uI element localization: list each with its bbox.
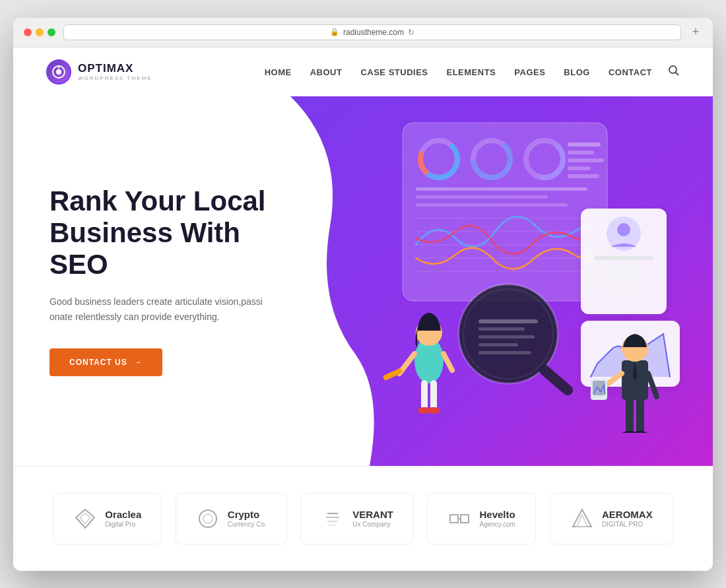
partner-aeromax: AEROMAX DIGITAL PRO [550, 493, 673, 544]
svg-rect-46 [430, 380, 437, 410]
crypto-sub: Currency Co. [228, 521, 267, 528]
nav-link-about[interactable]: ABOUT [310, 67, 343, 77]
svg-rect-29 [594, 256, 653, 260]
close-dot[interactable] [24, 28, 32, 36]
aeromax-name: AEROMAX [602, 509, 653, 521]
oraclea-sub: Digital Pro [105, 521, 141, 528]
site-content: OPTIMAX WORDPRESS THEME HOME ABOUT CASE … [13, 48, 713, 571]
navbar: OPTIMAX WORDPRESS THEME HOME ABOUT CASE … [13, 48, 713, 96]
partner-crypto: Crypto Currency Co. [176, 493, 287, 544]
svg-point-3 [669, 66, 676, 73]
minimize-dot[interactable] [36, 28, 44, 36]
svg-line-43 [544, 370, 568, 390]
svg-rect-17 [568, 174, 599, 178]
hero-title: Rank Your Local Business With SEO [50, 185, 297, 281]
lock-icon: 🔒 [330, 28, 339, 36]
browser-toolbar: 🔒 radiustheme.com ↻ + [13, 18, 713, 48]
svg-rect-39 [478, 327, 525, 331]
svg-rect-15 [568, 158, 604, 162]
hero-illustration [363, 116, 686, 433]
nav-item-contact[interactable]: CONTACT [609, 66, 652, 78]
svg-rect-54 [636, 397, 644, 433]
hevelto-logo-icon [447, 507, 471, 531]
nav-link-pages[interactable]: PAGES [514, 67, 545, 77]
nav-link-contact[interactable]: CONTACT [609, 67, 652, 77]
aeromax-text: AEROMAX DIGITAL PRO [602, 509, 653, 528]
partner-verant: VERANT Ux Company [300, 493, 414, 544]
verant-name: VERANT [352, 509, 393, 521]
logo-subtitle: WORDPRESS THEME [78, 75, 152, 81]
hero-section: Rank Your Local Business With SEO Good b… [13, 96, 713, 466]
svg-line-52 [444, 354, 452, 370]
svg-rect-31 [597, 271, 650, 275]
svg-rect-38 [478, 319, 538, 323]
nav-item-about[interactable]: ABOUT [310, 66, 343, 78]
nav-item-home[interactable]: HOME [265, 66, 292, 78]
contact-us-button[interactable]: CONTACT US → [50, 348, 162, 376]
hero-description: Good business leaders create articulate … [50, 294, 274, 326]
svg-rect-30 [601, 264, 647, 267]
svg-marker-63 [76, 509, 94, 528]
svg-rect-34 [607, 294, 640, 298]
logo: OPTIMAX WORDPRESS THEME [46, 59, 152, 84]
hevelto-text: Hevelto Agency.com [479, 509, 515, 528]
svg-marker-74 [573, 509, 591, 527]
cta-arrow: → [134, 358, 143, 367]
refresh-icon: ↻ [408, 28, 414, 37]
logo-text: OPTIMAX WORDPRESS THEME [78, 62, 152, 81]
oraclea-logo-icon [73, 507, 97, 531]
nav-link-home[interactable]: HOME [265, 67, 292, 77]
nav-link-elements[interactable]: ELEMENTS [446, 67, 496, 77]
hero-illustration-svg [363, 116, 686, 433]
svg-point-56 [632, 431, 648, 433]
browser-dots [24, 28, 55, 36]
nav-link-case-studies[interactable]: CASE STUDIES [360, 67, 428, 77]
svg-rect-13 [568, 143, 601, 147]
url-text: radiustheme.com [343, 28, 404, 37]
nav-item-case-studies[interactable]: CASE STUDIES [360, 66, 428, 78]
hero-content: Rank Your Local Business With SEO Good b… [13, 146, 297, 416]
verant-logo-icon [321, 507, 345, 531]
new-tab-button[interactable]: + [689, 26, 702, 39]
browser-window: 🔒 radiustheme.com ↻ + OPTIMAX WORDPRESS … [13, 18, 713, 571]
partner-hevelto: Hevelto Agency.com [427, 493, 536, 544]
search-icon[interactable] [668, 65, 680, 79]
aeromax-logo-icon [570, 507, 594, 531]
oraclea-name: Oraclea [105, 509, 141, 521]
logo-icon [46, 59, 71, 84]
verant-text: VERANT Ux Company [352, 509, 393, 528]
cta-label: CONTACT US [69, 358, 127, 367]
svg-rect-53 [626, 397, 634, 433]
partner-oraclea: Oraclea Digital Pro [53, 493, 162, 544]
svg-rect-40 [478, 335, 535, 339]
svg-rect-18 [416, 187, 587, 191]
crypto-text: Crypto Currency Co. [228, 509, 267, 528]
svg-rect-16 [568, 166, 591, 170]
svg-rect-71 [450, 515, 458, 523]
hevelto-sub: Agency.com [479, 521, 515, 528]
logo-name: OPTIMAX [78, 62, 152, 75]
svg-rect-41 [478, 343, 518, 346]
nav-item-pages[interactable]: PAGES [514, 66, 545, 78]
svg-line-4 [676, 72, 679, 75]
svg-rect-33 [601, 286, 647, 290]
nav-links: HOME ABOUT CASE STUDIES ELEMENTS PAGES B… [265, 66, 652, 78]
verant-sub: Ux Company [352, 521, 393, 528]
svg-marker-64 [80, 513, 90, 524]
hevelto-name: Hevelto [479, 509, 515, 521]
nav-item-blog[interactable]: BLOG [564, 66, 590, 78]
svg-rect-61 [593, 381, 605, 395]
maximize-dot[interactable] [48, 28, 55, 36]
crypto-logo-icon [196, 507, 220, 531]
svg-rect-32 [604, 278, 644, 282]
nav-link-blog[interactable]: BLOG [564, 67, 590, 77]
svg-rect-14 [568, 150, 594, 154]
svg-rect-19 [416, 195, 548, 199]
partners-section: Oraclea Digital Pro Crypto Currency Co. [13, 466, 713, 571]
aeromax-sub: DIGITAL PRO [602, 521, 653, 528]
url-bar[interactable]: 🔒 radiustheme.com ↻ [63, 24, 681, 40]
svg-point-48 [427, 407, 440, 414]
nav-item-elements[interactable]: ELEMENTS [446, 66, 496, 78]
svg-point-28 [617, 223, 630, 236]
svg-point-66 [203, 514, 213, 523]
